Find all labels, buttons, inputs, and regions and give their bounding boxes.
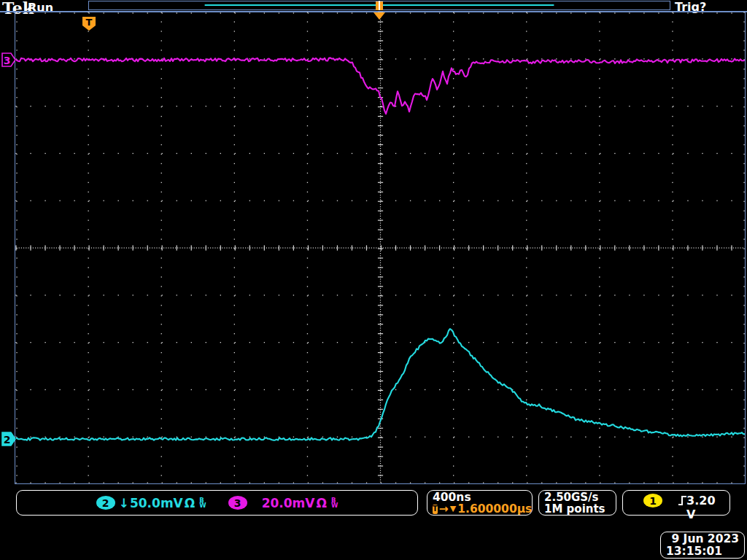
waveform-display: T32 <box>0 0 747 560</box>
ch1-trigger-badge[interactable]: 1 <box>643 494 662 508</box>
ch3-badge[interactable]: 3 <box>228 496 247 510</box>
delay-value: 1.600000µs <box>457 503 532 515</box>
time-text: 13:15:01 <box>661 545 744 558</box>
trigger-position-marker[interactable] <box>374 1 385 20</box>
ch2-position-badge[interactable]: 2 <box>2 432 15 446</box>
horizontal-delay: T → ▼ 1.600000µs <box>433 503 532 515</box>
record-length: 1M points <box>544 503 616 515</box>
ch3-position-badge[interactable]: 3 <box>2 53 15 66</box>
graticule-grid <box>15 12 744 483</box>
trigger-level: 3.20 V <box>686 494 723 521</box>
ch2-impedance: Ω <box>185 496 195 510</box>
svg-text:2: 2 <box>4 434 11 446</box>
horizontal-readout-box[interactable]: 400ns T → ▼ 1.600000µs <box>427 490 533 516</box>
trigger-t-badge: T <box>433 505 438 514</box>
trigger-readout-box[interactable]: 1 3.20 V <box>622 490 730 516</box>
svg-text:3: 3 <box>4 55 11 66</box>
trace-ch3 <box>15 58 745 114</box>
ch2-badge[interactable]: 2 <box>96 496 115 510</box>
ch2-bw-bottom: W <box>199 503 206 508</box>
trigger-time-flag[interactable]: T <box>82 17 96 31</box>
ch2-invert-icon: ↓ <box>119 496 129 510</box>
channel-readout-box[interactable]: 2 ↓ 50.0mV Ω B W 3 20.0mV Ω B W <box>16 490 418 516</box>
ch2-scale: 50.0mV <box>130 496 183 510</box>
ch3-bandwidth-icon: B W <box>331 498 338 508</box>
date-text: 9 Jun 2023 <box>661 533 744 545</box>
svg-text:T: T <box>86 17 93 28</box>
rising-edge-icon <box>677 494 686 507</box>
ch3-impedance: Ω <box>316 496 326 510</box>
delay-marker-icon: ▼ <box>450 503 456 515</box>
delay-arrow-icon: → <box>439 503 449 515</box>
ch3-scale: 20.0mV <box>262 496 315 510</box>
sample-rate: 2.50GS/s <box>544 491 616 503</box>
oscilloscope-screen: Tek Run Trig? T32 2 ↓ 50.0mV Ω B W 3 20.… <box>0 0 747 560</box>
horizontal-scale: 400ns <box>433 491 532 503</box>
acquisition-readout-box[interactable]: 2.50GS/s 1M points <box>538 490 616 516</box>
ch2-bandwidth-icon: B W <box>199 498 206 508</box>
ch3-bw-bottom: W <box>331 503 338 508</box>
datetime-box: 9 Jun 2023 13:15:01 <box>660 532 745 559</box>
